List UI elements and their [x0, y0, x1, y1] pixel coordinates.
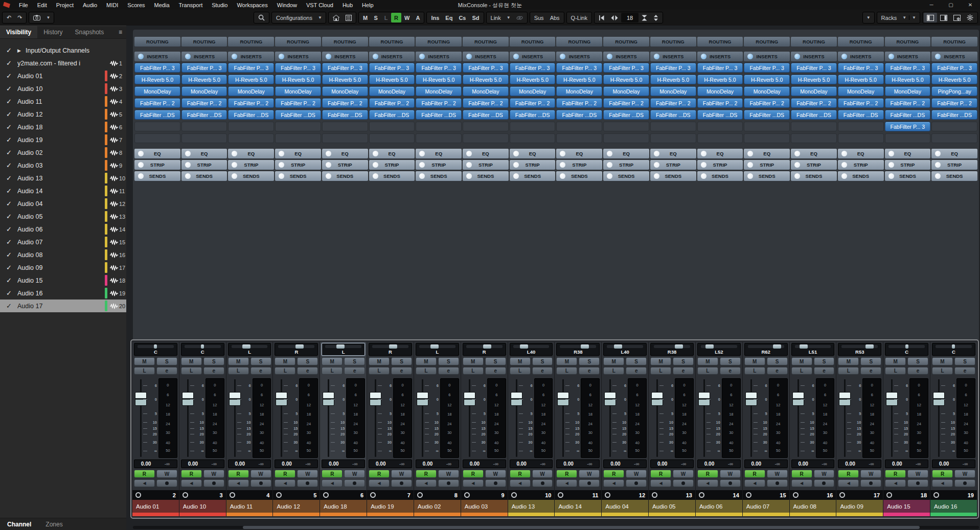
channel-name[interactable]: Audio 05	[649, 500, 695, 513]
channel-select-circle-icon[interactable]	[652, 492, 657, 498]
record-enable-button[interactable]	[767, 479, 788, 487]
listen-button[interactable]: L	[228, 367, 249, 375]
monitor-button[interactable]: ◀	[932, 479, 953, 487]
sidebar-menu-icon[interactable]: ≡	[119, 29, 122, 36]
pan-control[interactable]: R38	[556, 343, 600, 356]
insert-slot[interactable]: FabFilter P... 3	[275, 63, 321, 73]
eq-rack-header[interactable]: EQ	[228, 149, 274, 158]
read-automation-button[interactable]: R	[932, 470, 953, 478]
fader-track[interactable]	[938, 379, 940, 457]
channel-name[interactable]: Audio 09	[836, 500, 883, 513]
routing-rack-header[interactable]: ROUTING	[463, 37, 509, 47]
write-automation-button[interactable]: W	[954, 470, 975, 478]
edit-channel-button[interactable]: e	[391, 367, 412, 375]
strip-rack-header[interactable]: STRIP	[791, 160, 837, 170]
channel-number-row[interactable]: 11	[555, 490, 601, 500]
menu-midi[interactable]: MIDI	[102, 1, 123, 9]
insert-slot-empty[interactable]	[181, 133, 227, 143]
insert-slot-empty[interactable]	[650, 133, 696, 143]
edit-channel-button[interactable]: e	[532, 367, 553, 375]
listen-button[interactable]: L	[181, 367, 202, 375]
setup-window-layout-button[interactable]	[950, 13, 964, 22]
channel-select-circle-icon[interactable]	[511, 492, 517, 498]
sends-rack-header[interactable]: SENDS	[791, 171, 837, 181]
insert-slot[interactable]: FabFilter P... 2	[697, 98, 743, 108]
maximize-button[interactable]: ▢	[941, 0, 961, 10]
insert-slot-empty[interactable]	[275, 122, 321, 131]
strip-rack-led-icon[interactable]	[654, 162, 659, 168]
monitor-button[interactable]: ◀	[463, 479, 484, 487]
visibility-check-icon[interactable]: ✓	[6, 238, 17, 246]
channel-number-row[interactable]: 5	[273, 490, 320, 500]
record-enable-button[interactable]	[203, 479, 224, 487]
record-enable-button[interactable]	[297, 479, 318, 487]
tab-snapshots[interactable]: Snapshots	[69, 26, 110, 38]
write-automation-button[interactable]: W	[720, 470, 741, 478]
channel-select-circle-icon[interactable]	[417, 492, 423, 498]
read-automation-button[interactable]: R	[744, 470, 765, 478]
visibility-check-icon[interactable]: ✓	[6, 149, 17, 156]
sends-rack-header[interactable]: SENDS	[510, 171, 556, 181]
channel-list-item[interactable]: ✓Audio 103	[0, 82, 126, 95]
meter-peak-value[interactable]: -∞	[533, 461, 553, 467]
show-left-zone-button[interactable]	[924, 13, 937, 22]
insert-slot[interactable]: FabFilter ...DS	[931, 110, 977, 120]
inserts-rack-header[interactable]: INSERTS	[228, 52, 274, 61]
strip-rack-led-icon[interactable]	[138, 162, 144, 168]
sends-rack-led-icon[interactable]	[185, 173, 191, 179]
eq-rack-header[interactable]: EQ	[697, 149, 743, 158]
listen-button[interactable]: L	[275, 367, 295, 375]
insert-slot[interactable]: FabFilter P... 3	[838, 63, 884, 73]
insert-slot[interactable]: FabFilter ...DS	[791, 110, 837, 120]
insert-slot[interactable]: MonoDelay	[697, 86, 743, 96]
visibility-check-icon[interactable]: ✓	[6, 85, 17, 93]
record-enable-button[interactable]	[156, 479, 177, 487]
pan-handle[interactable]	[614, 344, 622, 349]
eq-rack-header[interactable]: EQ	[650, 149, 696, 158]
eq-rack-header[interactable]: EQ	[369, 149, 415, 158]
strip-rack-header[interactable]: STRIP	[510, 160, 556, 170]
edit-channel-button[interactable]: e	[907, 367, 928, 375]
write-automation-button[interactable]: W	[156, 470, 177, 478]
sends-rack-led-icon[interactable]	[701, 173, 706, 179]
pan-control[interactable]: R53	[838, 343, 881, 356]
redo-button[interactable]: ↷	[14, 13, 25, 22]
monitor-button[interactable]: ◀	[650, 479, 671, 487]
insert-slot-empty[interactable]	[838, 133, 884, 143]
inserts-led-icon[interactable]	[232, 54, 237, 59]
channel-number-row[interactable]: 2	[132, 490, 179, 500]
pan-handle[interactable]	[154, 344, 157, 349]
insert-slot[interactable]: MonoDelay	[603, 86, 649, 96]
channel-number-row[interactable]: 8	[414, 490, 461, 500]
strip-rack-header[interactable]: STRIP	[181, 160, 227, 170]
suspend-link-button[interactable]: Sus	[531, 13, 547, 22]
insert-slot[interactable]: FabFilter P... 3	[791, 63, 837, 73]
insert-slot[interactable]: H-Reverb 5.0	[463, 75, 509, 84]
insert-slot-empty[interactable]	[931, 133, 977, 143]
insert-slot[interactable]: FabFilter ...DS	[369, 110, 415, 120]
pan-handle[interactable]	[865, 344, 874, 349]
insert-slot-empty[interactable]	[744, 133, 790, 143]
inserts-rack-header[interactable]: INSERTS	[275, 52, 321, 61]
menu-vst-cloud[interactable]: VST Cloud	[302, 1, 338, 9]
insert-slot[interactable]: FabFilter P... 3	[134, 63, 180, 73]
insert-slot[interactable]: FabFilter ...DS	[134, 110, 180, 120]
eq-rack-led-icon[interactable]	[560, 151, 565, 156]
sends-rack-led-icon[interactable]	[888, 173, 894, 179]
record-enable-button[interactable]	[344, 479, 365, 487]
pan-control[interactable]: R38	[650, 343, 694, 356]
pan-control[interactable]: R	[275, 343, 318, 356]
insert-slot[interactable]: MonoDelay	[134, 86, 180, 96]
insert-slot-empty[interactable]	[791, 122, 837, 131]
inserts-led-icon[interactable]	[466, 54, 472, 59]
menu-hub[interactable]: Hub	[338, 1, 357, 9]
edit-channel-button[interactable]: e	[673, 367, 694, 375]
pan-control[interactable]: R	[369, 343, 412, 356]
channel-name[interactable]: Audio 18	[320, 500, 367, 513]
eq-rack-led-icon[interactable]	[935, 151, 941, 156]
write-automation-button[interactable]: W	[297, 470, 318, 478]
menu-scores[interactable]: Scores	[123, 1, 149, 9]
monitor-button[interactable]: ◀	[134, 479, 155, 487]
strip-rack-header[interactable]: STRIP	[463, 160, 509, 170]
monitor-button[interactable]: ◀	[322, 479, 343, 487]
